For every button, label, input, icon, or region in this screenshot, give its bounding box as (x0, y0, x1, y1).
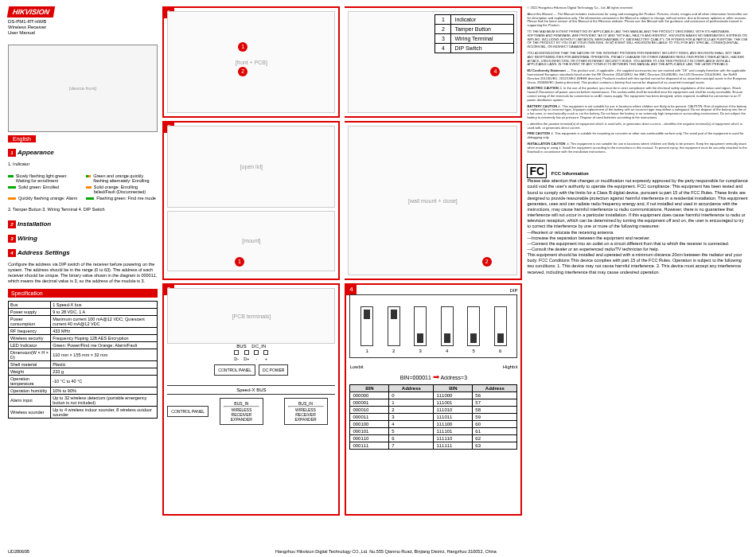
fcc-logo-icon: FC (527, 164, 547, 178)
panel-1b: 3 4 1Indicator2Tamper Button3Wiring Term… (345, 6, 522, 118)
spec-heading: Specification (8, 289, 158, 298)
spec-table: Bus1 Speed-X busPower supply9 to 28 VDC,… (8, 301, 158, 419)
install-diagram-bot: [mount] 1 (167, 211, 335, 271)
panel-3: 3 [PCB terminals] BUS DC_IN D- D+ - + CO… (162, 283, 340, 516)
left-column: HIKVISION DS-PM1-RT-HWB Wireless Receive… (8, 6, 158, 516)
product-type: Wireless Receiver (8, 25, 46, 29)
wiring-pcb-diagram: [PCB terminals] (167, 288, 335, 344)
product-header: DS-PM1-RT-HWB Wireless Receiver User Man… (8, 19, 158, 37)
fcc-list: —Reorient or relocate the receiving ante… (527, 230, 748, 253)
section-wiring: 3Wiring (8, 235, 158, 243)
fcc-title: FCC Information (551, 171, 589, 176)
bin-address-row: BIN=000011 ➡ Address=3 (349, 372, 517, 381)
panel-2b: [wall mount + close] 2 (345, 121, 522, 280)
speedx-bus-label: Speed-X BUS (167, 385, 335, 395)
product-model: DS-PM1-RT-HWB (8, 19, 46, 24)
callout-2: 2 (238, 67, 247, 76)
middle-column-a: 1 [front + PCB] 1 2 2 [open lid] [mount]… (162, 6, 340, 516)
callout-step2: 2 (482, 257, 492, 267)
legal-text: © 2022 Hangzhou Hikvision Digital Techno… (527, 6, 748, 156)
fcc-tail: This equipment should be installed and o… (527, 252, 748, 275)
panel-2: 2 [open lid] [mount] 1 (162, 121, 340, 280)
language-tab: English (8, 135, 36, 142)
appearance-diagram: [front + PCB] 1 2 (167, 11, 335, 113)
copyright: © 2022 Hangzhou Hikvision Digital Techno… (527, 6, 748, 10)
appearance-footer: 2. Tamper Button 3. Wiring Terminal 4. D… (8, 207, 158, 212)
control-panel-box: CONTROL PANEL (214, 364, 255, 376)
panel-1: 1 [front + PCB] 1 2 (162, 6, 340, 118)
install-diagram-top: [open lid] (167, 126, 335, 208)
indicator-heading: 1. Indicator (8, 162, 158, 167)
fcc-body: Please take attention that changes or mo… (527, 178, 748, 229)
fcc-block: FC FCC Information Please take attention… (527, 164, 748, 275)
dip-switch-diagram: 1 2 3 4 5 6 (349, 294, 517, 358)
callout-4: 4 (490, 67, 500, 76)
address-table: BINAddressBINAddress 0000000111000560000… (349, 384, 517, 450)
right-column: © 2022 Hangzhou Hikvision Digital Techno… (527, 6, 748, 516)
section-appearance: 1Appearance (8, 149, 158, 157)
callout-step1: 1 (235, 257, 244, 267)
parts-table: 1Indicator2Tamper Button3Wiring Terminal… (435, 14, 514, 53)
dc-power-box: DC POWER (259, 364, 289, 376)
device-photo: [device front] (8, 45, 158, 132)
doc-type: User Manual (8, 30, 35, 35)
wiring-terminals: BUS DC_IN D- D+ - + (167, 344, 335, 361)
middle-column-b: 3 4 1Indicator2Tamper Button3Wiring Term… (345, 6, 522, 516)
indicator-list: Slowly flashing light green: Waiting for… (8, 172, 158, 202)
panel-4: 4 ONDIP 1 2 3 4 5 6 LowbitHighbit BIN=00… (345, 283, 522, 516)
footer-address: Hangzhou Hikvision Digital Technology CO… (8, 549, 756, 554)
install-diagram-right: [wall mount + close] 2 (348, 126, 517, 275)
section-address: 4Address Settings (8, 249, 158, 257)
section-installation: 2Installation (8, 220, 158, 228)
callout-1: 1 (238, 42, 247, 52)
brand-logo: HIKVISION (7, 6, 55, 18)
control-panel-box2: CONTROL PANEL (167, 406, 208, 417)
address-text: Configure the address via DIP switch of … (8, 262, 158, 285)
manual-page: HIKVISION DS-PM1-RT-HWB Wireless Receive… (8, 6, 748, 516)
